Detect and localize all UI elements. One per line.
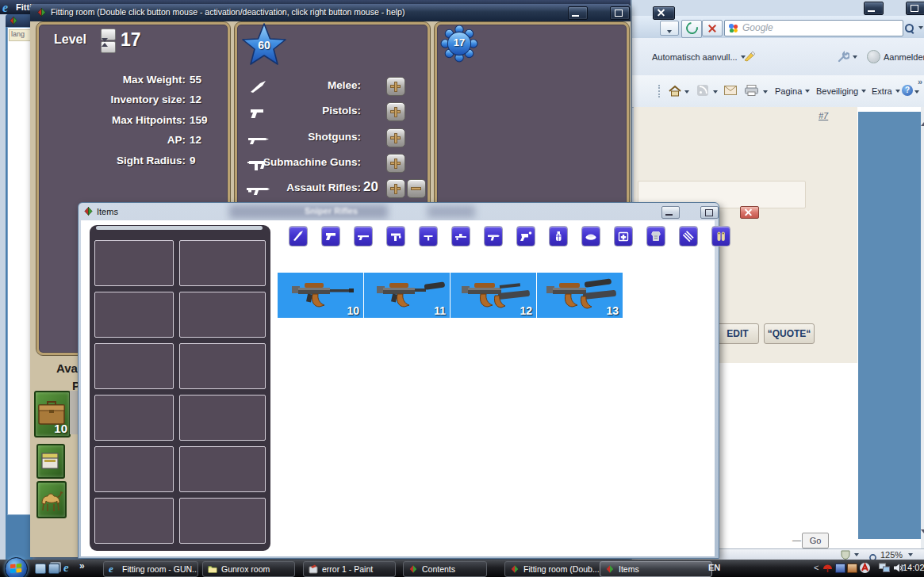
level-stepper[interactable] bbox=[101, 29, 114, 51]
signin-menu[interactable]: Aanmelden bbox=[884, 52, 924, 62]
ie-quicklaunch-icon[interactable]: e bbox=[63, 561, 69, 575]
fitting-room-minimize-button[interactable] bbox=[568, 6, 588, 20]
items-titlebar[interactable]: Sniper Rifles Items bbox=[79, 203, 717, 220]
inventory-slot[interactable] bbox=[94, 446, 174, 492]
filter-ammo-button[interactable] bbox=[679, 226, 698, 246]
zoom-level[interactable]: 125% bbox=[880, 550, 903, 560]
items-maximize-button[interactable] bbox=[700, 206, 719, 219]
inventory-slot[interactable] bbox=[94, 395, 174, 441]
tray-network-icon[interactable] bbox=[879, 563, 890, 573]
pencil-icon[interactable] bbox=[743, 51, 756, 62]
sidebar-item-briefcase[interactable]: 10 bbox=[34, 391, 71, 438]
stop-button[interactable]: [data-name="stop-button"] .g-x::before,[… bbox=[702, 20, 723, 36]
inventory-slot[interactable] bbox=[179, 292, 266, 338]
skill-increase-button[interactable] bbox=[386, 154, 405, 173]
address-dropdown-button[interactable] bbox=[660, 21, 679, 36]
feeds-icon[interactable] bbox=[697, 85, 708, 96]
inventory-slot[interactable] bbox=[179, 395, 266, 441]
filter-sniper-rifle-button[interactable] bbox=[451, 226, 470, 246]
tray-avira-icon[interactable] bbox=[822, 563, 833, 573]
skill-decrease-button[interactable] bbox=[407, 179, 426, 198]
inventory-slot[interactable] bbox=[94, 498, 174, 544]
page-menu[interactable]: Pagina bbox=[775, 86, 810, 96]
mail-icon[interactable] bbox=[724, 86, 737, 95]
print-dropdown[interactable] bbox=[763, 90, 768, 94]
filter-knife-button[interactable] bbox=[289, 226, 308, 246]
items-close-button[interactable] bbox=[740, 206, 759, 219]
inventory-slot[interactable] bbox=[179, 343, 266, 389]
inventory-slot[interactable] bbox=[179, 498, 266, 544]
taskbar-button-contents[interactable]: Contents bbox=[403, 561, 487, 577]
taskbar-button-gunrox-room[interactable]: Gunrox room bbox=[202, 561, 295, 577]
filter-armor-button[interactable] bbox=[646, 226, 665, 246]
tray-network-window-icon[interactable] bbox=[835, 564, 845, 573]
tray-update-icon[interactable] bbox=[847, 564, 857, 573]
command-bar-handle[interactable] bbox=[658, 85, 662, 97]
page-scrollbar[interactable] bbox=[921, 107, 924, 548]
refresh-button[interactable] bbox=[681, 20, 702, 38]
clock[interactable]: 14:02 bbox=[903, 563, 924, 572]
browser-minimize-button[interactable] bbox=[864, 2, 884, 15]
scroll-down-button[interactable] bbox=[921, 533, 924, 542]
switch-windows-icon[interactable] bbox=[48, 564, 59, 574]
zoom-dropdown[interactable] bbox=[908, 553, 913, 556]
tools-menu[interactable]: Extra bbox=[872, 86, 900, 96]
fitting-room-titlebar[interactable]: Fitting room (Double click button mouse … bbox=[30, 4, 631, 21]
filter-smg-button[interactable] bbox=[386, 226, 405, 246]
language-indicator[interactable]: EN bbox=[708, 563, 720, 572]
home-dropdown[interactable] bbox=[684, 90, 689, 94]
post-number-link[interactable]: #7 bbox=[819, 111, 828, 120]
inventory-slot[interactable] bbox=[94, 240, 174, 286]
security-menu[interactable]: Beveiliging bbox=[816, 86, 866, 96]
skill-increase-button[interactable] bbox=[386, 128, 405, 147]
item-assault-rifle-launcher[interactable]: 12 bbox=[450, 273, 536, 318]
filter-mine-button[interactable] bbox=[581, 226, 600, 246]
fitting-room-close-button[interactable] bbox=[653, 6, 675, 20]
filter-compact-smg-button[interactable] bbox=[419, 226, 438, 246]
tray-collapse-chevron[interactable]: < bbox=[814, 563, 819, 572]
search-box[interactable]: Google bbox=[724, 20, 903, 36]
scroll-up-button[interactable] bbox=[921, 109, 924, 117]
item-assault-rifle-suppressed[interactable]: 11 bbox=[364, 273, 450, 318]
filter-medkit-button[interactable] bbox=[614, 226, 633, 246]
start-button[interactable] bbox=[5, 557, 28, 577]
skill-increase-button[interactable] bbox=[386, 179, 405, 198]
filter-shotgun-button[interactable] bbox=[354, 226, 373, 246]
edit-button[interactable]: EDIT bbox=[716, 323, 759, 344]
item-assault-rifle[interactable]: 10 bbox=[278, 273, 363, 318]
help-dropdown[interactable] bbox=[914, 90, 919, 94]
search-go-button[interactable] bbox=[905, 21, 914, 36]
sidebar-item-camel[interactable] bbox=[36, 481, 67, 518]
autofill-menu[interactable]: Automatisch aanvull... bbox=[652, 52, 746, 62]
home-icon[interactable] bbox=[669, 85, 681, 97]
feeds-dropdown[interactable] bbox=[713, 90, 718, 94]
search-options-dropdown[interactable] bbox=[918, 26, 923, 29]
protected-mode-dropdown[interactable] bbox=[854, 553, 859, 556]
search-input-text[interactable]: Google bbox=[742, 22, 773, 33]
items-minimize-button[interactable] bbox=[661, 206, 680, 219]
taskbar-button-fitting-room-game[interactable]: Fitting room (Doub... bbox=[504, 561, 604, 577]
left-mini-titlebar[interactable] bbox=[6, 14, 33, 27]
filter-pistol-button[interactable] bbox=[321, 226, 340, 246]
inventory-slot[interactable] bbox=[179, 446, 266, 492]
filter-assault-rifle-button[interactable] bbox=[484, 226, 503, 246]
inventory-slot[interactable] bbox=[179, 240, 266, 286]
skill-increase-button[interactable] bbox=[386, 77, 405, 96]
go-button[interactable]: Go bbox=[802, 533, 829, 548]
inventory-slot[interactable] bbox=[94, 343, 174, 389]
help-icon[interactable]: ? bbox=[902, 85, 913, 96]
commandbar-overflow-chevron[interactable]: » bbox=[918, 77, 922, 86]
show-desktop-icon[interactable] bbox=[35, 564, 46, 574]
quicklaunch-overflow-chevron[interactable]: » bbox=[79, 560, 85, 571]
quote-button[interactable]: “QUOTE“ bbox=[764, 323, 815, 344]
taskbar-button-items[interactable]: Items bbox=[600, 561, 712, 577]
wrench-dropdown[interactable] bbox=[853, 55, 857, 59]
fitting-room-maximize-button[interactable] bbox=[610, 6, 630, 20]
item-assault-rifle-launcher-suppressed[interactable]: 13 bbox=[537, 273, 623, 318]
sidebar-item-ammo-box[interactable] bbox=[36, 444, 65, 479]
level-down-button[interactable] bbox=[101, 41, 116, 53]
filter-binoculars-button[interactable] bbox=[711, 226, 730, 246]
filter-flare-gun-button[interactable] bbox=[516, 226, 535, 246]
wrench-icon[interactable] bbox=[837, 51, 849, 63]
filter-grenade-button[interactable] bbox=[549, 226, 568, 246]
